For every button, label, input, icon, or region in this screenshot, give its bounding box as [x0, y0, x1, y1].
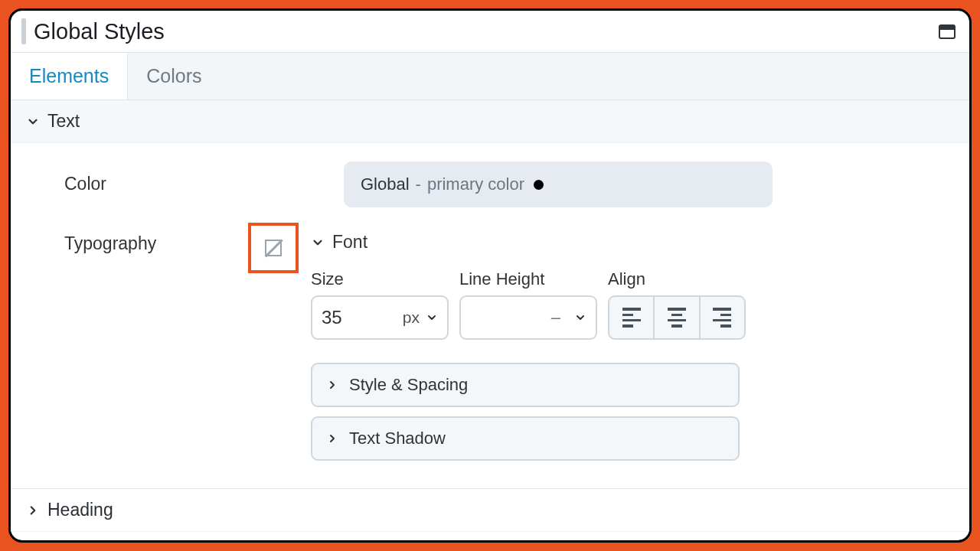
chevron-down-icon	[311, 236, 325, 249]
align-right-icon	[713, 308, 731, 327]
chevron-right-icon	[326, 379, 338, 391]
detach-window-icon[interactable]	[939, 24, 956, 39]
typography-props: Size 35 px Line Height	[311, 269, 746, 340]
align-center-icon	[668, 308, 686, 327]
color-name: primary color	[427, 174, 524, 194]
color-swatch-icon	[534, 180, 544, 190]
section-heading-header[interactable]: Heading	[11, 488, 969, 532]
size-value: 35	[322, 307, 397, 328]
style-spacing-panel[interactable]: Style & Spacing	[311, 363, 740, 407]
panel-header: Global Styles	[11, 11, 969, 53]
color-dash: -	[416, 174, 421, 194]
size-input[interactable]: 35 px	[311, 295, 449, 340]
font-dropdown[interactable]: Font	[311, 229, 746, 253]
highlighted-reset-box	[248, 223, 299, 273]
chevron-right-icon	[326, 432, 338, 445]
panel-body: Text Color Global - primary color Typogr…	[11, 100, 969, 540]
chevron-down-icon	[26, 115, 40, 129]
tabs: Elements Colors	[11, 53, 969, 100]
typography-label: Typography	[64, 229, 240, 461]
chevron-down-icon	[426, 311, 438, 324]
global-styles-panel: Global Styles Elements Colors Text Color…	[8, 8, 972, 543]
chevron-down-icon	[574, 311, 586, 324]
color-picker-button[interactable]: Global - primary color	[344, 161, 773, 207]
typography-row: Typography Font	[11, 207, 969, 461]
reset-typography-icon[interactable]	[265, 240, 282, 256]
chevron-right-icon	[26, 504, 40, 517]
align-group	[608, 295, 746, 340]
align-center-button[interactable]	[655, 297, 700, 338]
font-label: Font	[332, 232, 368, 253]
panel-title-wrap: Global Styles	[21, 18, 165, 44]
section-text-label: Text	[47, 111, 80, 132]
align-left-icon	[622, 308, 641, 327]
section-text-header[interactable]: Text	[11, 100, 969, 143]
text-shadow-label: Text Shadow	[349, 429, 446, 448]
text-shadow-panel[interactable]: Text Shadow	[311, 416, 740, 461]
section-heading-label: Heading	[47, 500, 113, 520]
align-label: Align	[608, 269, 746, 289]
line-height-label: Line Height	[459, 269, 597, 289]
align-left-button[interactable]	[609, 297, 655, 338]
color-row: Color Global - primary color	[11, 143, 969, 207]
color-prefix: Global	[361, 174, 410, 194]
tab-colors[interactable]: Colors	[128, 53, 220, 99]
line-height-value: –	[551, 308, 560, 328]
tab-elements[interactable]: Elements	[11, 53, 128, 99]
title-accent-bar	[21, 18, 26, 44]
line-height-input[interactable]: –	[459, 295, 597, 340]
style-spacing-label: Style & Spacing	[349, 375, 468, 395]
color-label: Color	[64, 161, 294, 207]
size-unit: px	[403, 308, 420, 327]
align-right-button[interactable]	[701, 297, 744, 338]
size-label: Size	[311, 269, 449, 289]
panel-title: Global Styles	[34, 19, 165, 44]
